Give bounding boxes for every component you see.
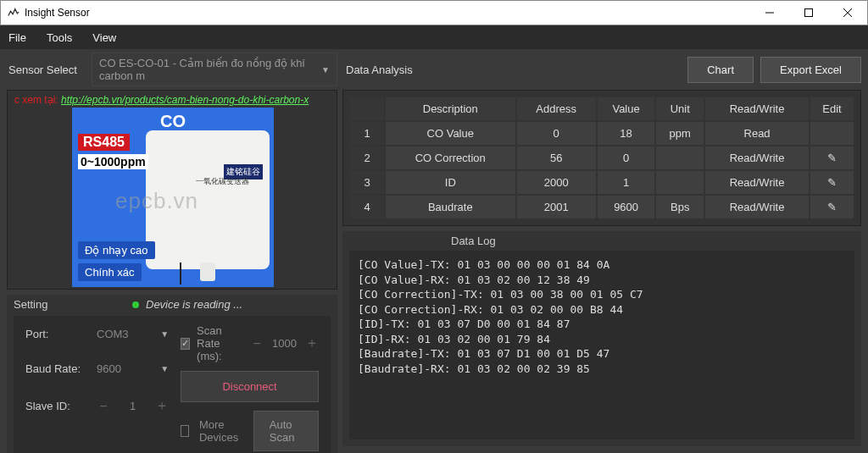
sensor-image: CO 建铭硅谷 一氧化碳变送器 RS485 0~1000ppm epcb.vn … — [72, 108, 274, 287]
scan-rate-value: 1000 — [272, 337, 297, 350]
cell-description: Baudrate — [386, 196, 515, 218]
table-row: 2CO Correction560Read/Write✎ — [350, 146, 854, 169]
app-icon — [8, 7, 19, 19]
edit-button — [810, 122, 854, 145]
maximize-button[interactable] — [789, 0, 828, 25]
cell-value: 9600 — [598, 196, 654, 218]
chart-button[interactable]: Chart — [687, 57, 754, 83]
menu-view[interactable]: View — [92, 31, 116, 44]
window-title: Insight Sensor — [25, 7, 90, 19]
sensor-info-panel: c xem tại: http://epcb.vn/products/cam-b… — [7, 90, 337, 290]
cell-address: 56 — [517, 146, 596, 169]
chevron-down-icon: ▼ — [160, 329, 169, 339]
cell-description: ID — [386, 171, 515, 194]
cell-value: 0 — [598, 146, 654, 169]
baud-value: 9600 — [97, 362, 121, 375]
pencil-icon: ✎ — [827, 176, 837, 189]
sensor-link[interactable]: http://epcb.vn/products/cam-bien-nong-do… — [61, 94, 309, 106]
cell-readwrite: Read — [705, 122, 809, 145]
minus-icon[interactable]: − — [97, 399, 110, 414]
device-status-text: Device is reading ... — [146, 298, 242, 311]
export-excel-button[interactable]: Export Excel — [760, 57, 861, 83]
setting-title: Setting — [14, 298, 64, 311]
cell-description: CO Value — [386, 122, 515, 145]
data-analysis-title: Data Analysis — [342, 64, 413, 76]
more-devices-checkbox[interactable] — [181, 425, 189, 437]
scan-rate-checkbox[interactable]: ✓ — [181, 338, 190, 350]
pencil-icon: ✎ — [827, 201, 837, 213]
plus-icon[interactable]: ＋ — [155, 397, 169, 415]
port-value: COM3 — [97, 328, 129, 340]
cell-address: 2000 — [517, 171, 596, 194]
data-analysis-table-panel: Description Address Value Unit Read/Writ… — [342, 90, 861, 226]
sensor-image-co: CO — [160, 112, 186, 131]
sensor-badge-model: 一氧化碳变送器 — [196, 176, 249, 187]
sensor-badge-sensitivity: Độ nhạy cao — [78, 241, 155, 259]
slave-id-value: 1 — [130, 400, 136, 412]
svg-rect-1 — [805, 9, 813, 17]
pencil-icon: ✎ — [827, 152, 837, 164]
table-row: 3ID20001Read/Write✎ — [350, 171, 854, 194]
row-number: 2 — [350, 146, 384, 169]
cell-readwrite: Read/Write — [705, 196, 809, 218]
cell-unit — [656, 171, 704, 194]
disconnect-button[interactable]: Disconnect — [181, 371, 319, 402]
menu-file[interactable]: File — [8, 31, 26, 44]
disconnect-label: Disconnect — [222, 380, 276, 393]
col-description: Description — [386, 97, 515, 120]
sensor-select-value: CO ES-CO-01 - Cảm biến đo nồng độ khí ca… — [99, 57, 321, 82]
port-dropdown[interactable]: COM3 ▼ — [95, 324, 170, 344]
edit-button[interactable]: ✎ — [810, 171, 854, 194]
row-number: 4 — [350, 196, 384, 218]
data-log-title: Data Log — [349, 235, 854, 247]
sensor-select-dropdown[interactable]: CO ES-CO-01 - Cảm biến đo nồng độ khí ca… — [92, 52, 337, 86]
baud-dropdown[interactable]: 9600 ▼ — [95, 359, 170, 378]
col-address: Address — [517, 97, 596, 120]
cell-address: 2001 — [517, 196, 596, 218]
cell-readwrite: Read/Write — [705, 146, 809, 169]
sensor-badge-accuracy: Chính xác — [78, 263, 142, 281]
table-row: 1CO Value018ppmRead — [350, 122, 854, 145]
minus-icon[interactable]: − — [250, 336, 264, 351]
cell-description: CO Correction — [386, 146, 515, 169]
auto-scan-button[interactable]: Auto Scan — [253, 411, 319, 451]
plus-icon[interactable]: ＋ — [305, 334, 319, 352]
port-label: Port: — [25, 328, 95, 340]
maximize-icon — [804, 8, 813, 17]
cell-value: 18 — [598, 122, 654, 145]
window-titlebar: Insight Sensor — [0, 0, 868, 25]
setting-panel: Setting Device is reading ... Port: COM3… — [7, 295, 337, 453]
export-excel-label: Export Excel — [780, 64, 842, 76]
sensor-select-label: Sensor Select — [7, 64, 92, 76]
edit-button[interactable]: ✎ — [810, 146, 854, 169]
chevron-down-icon: ▼ — [160, 364, 169, 373]
minimize-icon — [765, 8, 774, 17]
close-button[interactable] — [828, 0, 867, 25]
auto-scan-label: Auto Scan — [270, 418, 295, 444]
edit-button[interactable]: ✎ — [810, 196, 854, 218]
col-unit: Unit — [656, 97, 704, 120]
chart-button-label: Chart — [707, 64, 734, 76]
data-log-panel: Data Log [CO Value]-TX: 01 03 00 00 00 0… — [342, 231, 861, 446]
row-number: 3 — [350, 171, 384, 194]
slave-id-stepper[interactable]: − 1 ＋ — [95, 394, 170, 418]
data-log-output: [CO Value]-TX: 01 03 00 00 00 01 84 0A [… — [349, 251, 854, 439]
menu-tools[interactable]: Tools — [47, 31, 72, 44]
minimize-button[interactable] — [750, 0, 789, 25]
scan-rate-stepper[interactable]: − 1000 ＋ — [250, 334, 319, 352]
close-icon — [843, 8, 852, 17]
slave-id-label: Slave ID: — [25, 400, 95, 412]
col-num — [350, 97, 384, 120]
cell-readwrite: Read/Write — [705, 171, 809, 194]
cell-address: 0 — [517, 122, 596, 145]
sensor-badge-rs485: RS485 — [78, 134, 130, 151]
chevron-down-icon: ▼ — [321, 65, 330, 75]
scan-rate-label: Scan Rate (ms): — [197, 324, 243, 362]
col-readwrite: Read/Write — [705, 97, 809, 120]
menu-bar: File Tools View — [0, 25, 868, 49]
sensor-link-prefix: c xem tại: — [14, 94, 58, 106]
col-edit: Edit — [810, 97, 854, 120]
cell-unit: ppm — [656, 122, 704, 145]
sensor-badge-ppm: 0~1000ppm — [78, 154, 148, 169]
row-number: 1 — [350, 122, 384, 145]
